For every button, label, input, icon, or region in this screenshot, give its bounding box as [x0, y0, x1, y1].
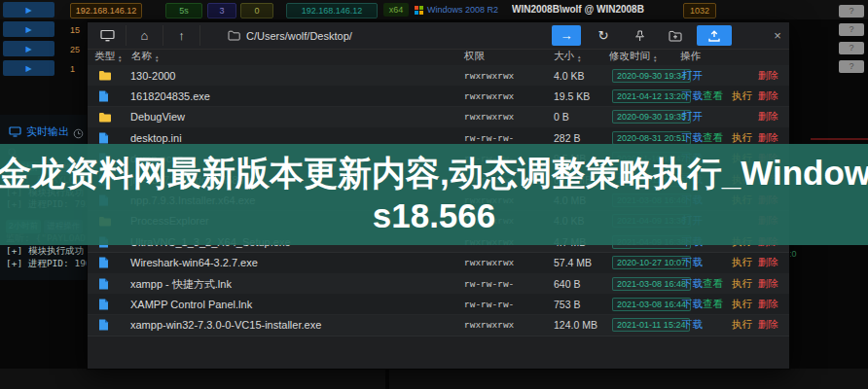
background-divider [811, 138, 868, 140]
file-permissions: rw-rw-rw- [464, 299, 514, 309]
home-icon: ⌂ [141, 28, 149, 43]
pid-badge: 1032 [683, 3, 716, 18]
file-permissions: rw-rw-rw- [464, 132, 514, 143]
action-download[interactable]: 下载 [682, 298, 703, 311]
file-permissions: rwxrwxrwx [464, 320, 514, 331]
action-execute[interactable]: 执行 [732, 298, 752, 311]
execute-row-button[interactable]: ▶ [3, 21, 54, 37]
up-directory-button[interactable]: ↑ [163, 25, 200, 46]
banner-overlay: 金龙资料网最新版本更新内容,动态调整策略执行_Window s18.566 [0, 144, 868, 245]
action-download[interactable]: 下载 [682, 89, 703, 103]
action-delete[interactable]: 删除 [758, 298, 778, 311]
execute-row-button[interactable]: ▶ [3, 60, 54, 76]
user-host-label: WIN2008B\wolf @ WIN2008B [512, 3, 679, 17]
file-table-header: 类型▲▼ 名称▲▼ 权限 大小▲▼ 修改时间▲▼ 操作 [88, 50, 789, 64]
action-execute[interactable]: 执行 [732, 277, 752, 291]
execute-row-button[interactable]: ▶ [3, 2, 54, 18]
file-permissions: rwxrwxrwx [464, 70, 514, 81]
file-name: Wireshark-win64-3.2.7.exe [130, 257, 258, 268]
file-permissions: rwxrwxrwx [464, 258, 514, 268]
file-mtime-badge: 2020-10-27 10:07 [612, 256, 691, 269]
file-name: 130-2000 [130, 70, 176, 82]
upload-button[interactable] [697, 25, 732, 46]
action-delete[interactable]: 删除 [758, 69, 778, 83]
help-button[interactable]: ? [839, 5, 864, 18]
action-delete[interactable]: 删除 [758, 110, 778, 124]
file-name: xampp-win32-7.3.0-0-VC15-installer.exe [130, 319, 321, 331]
file-row: xampp - 快捷方式.lnkrw-rw-rw-640 B2021-03-08… [88, 273, 789, 295]
action-execute[interactable]: 执行 [732, 89, 752, 103]
windows-logo-icon [415, 6, 423, 15]
screen: :0 192.168.146.12 5s 3 0 192.168.146.12 … [0, 0, 868, 389]
column-type[interactable]: 类型▲▼ [94, 50, 122, 63]
arch-badge: x64 [383, 3, 409, 17]
sort-icon: ▲▼ [653, 55, 657, 63]
action-open[interactable]: 打开 [682, 110, 703, 124]
file-size: 640 B [554, 278, 580, 290]
action-execute[interactable]: 执行 [732, 131, 752, 145]
upload-icon [707, 30, 721, 42]
pin-button[interactable] [625, 25, 654, 46]
path-input[interactable]: C/Users/wolf/Desktop/ [224, 26, 545, 45]
execute-row-button[interactable]: ▶ [3, 41, 54, 56]
action-execute[interactable]: 执行 [732, 318, 752, 332]
close-button[interactable]: × [763, 25, 792, 46]
action-view[interactable]: 查看 [703, 277, 723, 291]
refresh-icon: ↻ [598, 28, 609, 43]
file-size: 0 B [554, 111, 569, 123]
action-delete[interactable]: 删除 [758, 318, 778, 332]
new-folder-button[interactable] [661, 25, 690, 46]
action-download[interactable]: 下载 [682, 318, 703, 332]
bottom-panel-right [389, 369, 868, 389]
file-mtime-badge: 2020-08-31 20:51 [612, 131, 691, 145]
action-delete[interactable]: 删除 [758, 131, 778, 145]
action-delete[interactable]: 删除 [758, 89, 778, 103]
clock-icon[interactable] [73, 125, 84, 143]
action-download[interactable]: 下载 [682, 277, 703, 291]
file-size: 282 B [554, 132, 580, 144]
refresh-button[interactable]: ↻ [589, 25, 618, 46]
monitor-icon [100, 29, 115, 42]
help-button[interactable]: ? [839, 23, 864, 36]
file-mtime-badge: 2020-09-30 19:34 [612, 69, 691, 83]
action-open[interactable]: 打开 [682, 69, 703, 83]
action-download[interactable]: 下载 [682, 131, 703, 145]
folder-icon [98, 69, 112, 82]
folder-icon [98, 111, 112, 124]
action-delete[interactable]: 删除 [758, 256, 778, 269]
action-view[interactable]: 查看 [703, 298, 723, 311]
partial-ip-text: 25 [70, 43, 86, 56]
os-label: Windows 2008 R2 [427, 3, 498, 17]
help-button[interactable]: ? [839, 60, 864, 73]
file-size: 124.0 MB [554, 319, 597, 331]
home-button[interactable]: ⌂ [127, 25, 163, 46]
file-row: xampp-win32-7.3.0-0-VC15-installer.exerw… [88, 315, 789, 336]
file-row: 1618204835.exerwxrwxrwx19.5 KB2021-04-12… [88, 86, 789, 107]
partial-ip-text: 1 [70, 62, 86, 76]
remote-screen-button[interactable] [90, 25, 127, 46]
column-mtime[interactable]: 修改时间▲▼ [609, 50, 657, 63]
cast-icon [9, 126, 21, 137]
column-size[interactable]: 大小▲▼ [554, 50, 581, 63]
file-mtime-badge: 2021-01-11 15:24 [612, 318, 690, 332]
column-name[interactable]: 名称▲▼ [131, 50, 159, 63]
tab-realtime-output-label: 实时输出 [26, 124, 69, 139]
tab-realtime-output[interactable]: 实时输出 [9, 124, 69, 139]
action-view[interactable]: 查看 [703, 89, 723, 103]
bottom-panel-left [0, 369, 385, 389]
go-button[interactable]: → [552, 25, 581, 46]
file-size: 4.0 KB [554, 70, 585, 82]
action-execute[interactable]: 执行 [732, 256, 752, 269]
column-ops: 操作 [680, 50, 701, 63]
help-button[interactable]: ? [839, 42, 864, 54]
action-download[interactable]: 下载 [682, 256, 703, 269]
file-permissions: rwxrwxrwx [464, 90, 514, 101]
file-mtime-badge: 2021-03-08 16:48 [612, 277, 691, 291]
action-delete[interactable]: 删除 [758, 277, 778, 291]
file-icon [98, 89, 109, 102]
action-view[interactable]: 查看 [703, 131, 723, 145]
sort-icon: ▲▼ [577, 55, 581, 63]
file-name: 1618204835.exe [130, 90, 210, 102]
partial-ip-text: 15 [70, 23, 86, 37]
file-icon [98, 257, 109, 269]
